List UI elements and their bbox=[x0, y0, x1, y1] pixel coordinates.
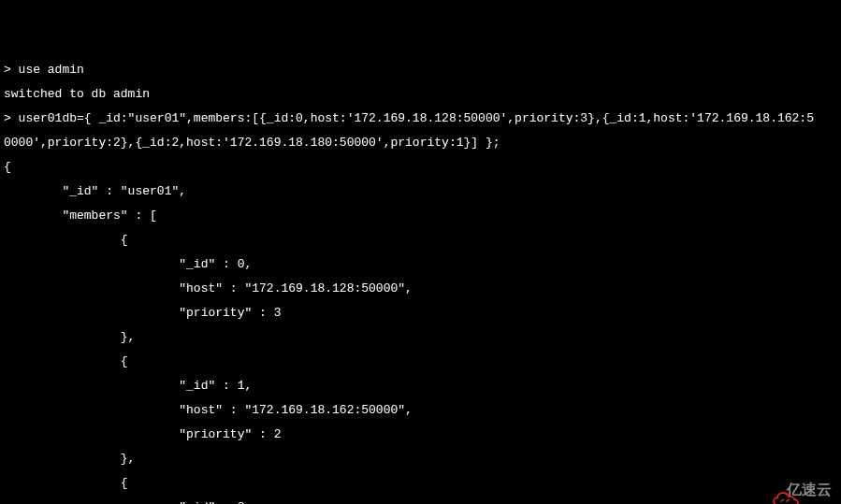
terminal-line: "host" : "172.169.18.128:50000", bbox=[4, 282, 837, 295]
terminal-line: { bbox=[4, 355, 837, 367]
terminal-line: { bbox=[4, 161, 837, 173]
terminal-line: }, bbox=[4, 453, 837, 465]
terminal-line: > use admin bbox=[4, 64, 837, 76]
terminal-line: 0000',priority:2},{_id:2,host:'172.169.1… bbox=[4, 137, 837, 149]
terminal-line: "members" : [ bbox=[4, 209, 837, 222]
terminal-line: "_id" : "user01", bbox=[4, 185, 837, 197]
terminal-line: "_id" : 1, bbox=[4, 380, 837, 392]
terminal-line: { bbox=[4, 234, 837, 246]
terminal-line: { bbox=[4, 477, 837, 489]
terminal-line: "_id" : 0, bbox=[4, 258, 837, 270]
terminal-line: > user01db={ _id:"user01",members:[{_id:… bbox=[4, 112, 837, 124]
terminal-line: "priority" : 3 bbox=[4, 307, 837, 319]
watermark-logo: 亿速云 bbox=[755, 480, 832, 498]
terminal-line: "host" : "172.169.18.162:50000", bbox=[4, 404, 837, 416]
terminal-line: }, bbox=[4, 331, 837, 343]
terminal-output[interactable]: > use admin switched to db admin > user0… bbox=[0, 49, 841, 504]
cloud-icon bbox=[755, 480, 783, 498]
terminal-line: "priority" : 2 bbox=[4, 428, 837, 440]
terminal-line: switched to db admin bbox=[4, 88, 837, 100]
